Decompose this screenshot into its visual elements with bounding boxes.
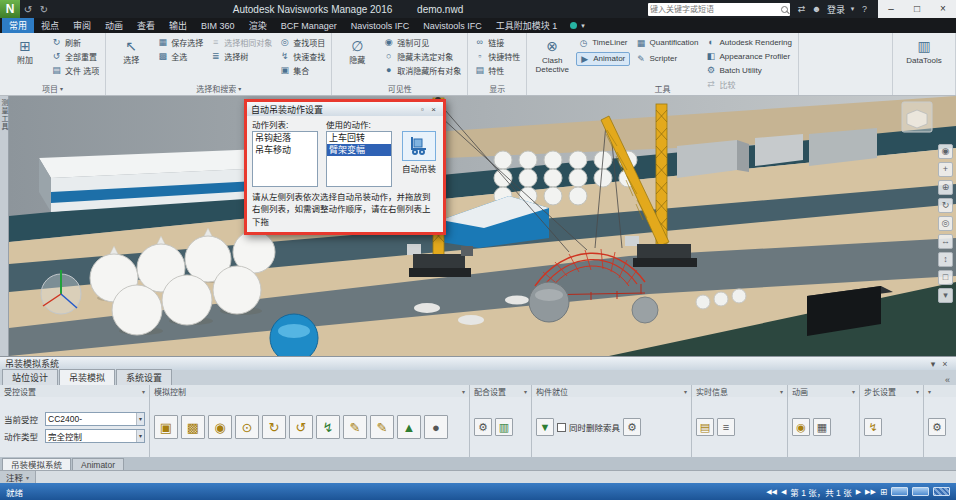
sim-control-button-11[interactable]: ● [424,415,448,439]
realtime-clipboard-icon[interactable]: ▤ [696,418,714,436]
list-item[interactable]: 上车回转 [327,132,391,144]
chevron-down-icon[interactable]: ▾ [848,5,857,13]
sets-button[interactable]: ▣集合 [277,63,327,77]
redo-icon[interactable]: ↻ [36,4,52,15]
sim-control-button-10[interactable]: ▲ [397,415,421,439]
sim-control-button-1[interactable]: ▣ [154,415,178,439]
zoom-icon[interactable]: ⊕ [938,180,953,195]
file-options-button[interactable]: ▤文件 选项 [49,63,101,77]
scripter-button[interactable]: ✎Scripter [634,52,701,66]
tab-navistools-ifc[interactable]: Navistools IFC [344,18,417,33]
navbar-more-icon[interactable]: ▾ [938,288,953,303]
quick-properties-button[interactable]: ▫快捷特性 [472,49,522,63]
chevron-down-icon[interactable]: ▾ [142,388,145,395]
clash-detective-button[interactable]: ⊗ Clash Detective [531,35,573,74]
annotation-tab[interactable]: 注释 ▾ [0,471,36,483]
annotation-field[interactable] [36,471,956,483]
quick-find-button[interactable]: ↯快速查找 [277,49,327,63]
hide-button[interactable]: ∅ 隐藏 [336,35,378,65]
chevron-down-icon[interactable]: ▾ [684,388,687,395]
reset-all-button[interactable]: ↺全部重置 [49,49,101,63]
hide-unselected-button[interactable]: ○隐藏未选定对象 [381,49,463,63]
used-actions-listbox[interactable]: 上车回转 臂架变幅 [326,131,392,187]
previous-sheet-button[interactable]: ◀ [781,488,786,496]
require-button[interactable]: ◉强制可见 [381,35,463,49]
refresh-button[interactable]: ↻刷新 [49,35,101,49]
first-sheet-button[interactable]: ◀◀ [766,488,777,496]
dialog-restore-icon[interactable]: ▫ [417,105,428,114]
tab-bim360[interactable]: BIM 360 [194,18,242,33]
app-logo[interactable]: N [0,0,20,18]
tab-tool-addins-1[interactable]: 工具附加模块 1 [489,18,565,33]
select-button[interactable]: ↖ 选择 [110,35,152,65]
realtime-list-icon[interactable]: ≡ [717,418,735,436]
chevron-down-icon[interactable]: ▾ [462,388,465,395]
search-icon[interactable] [781,6,788,13]
place-down-icon[interactable]: ▼ [536,418,554,436]
select-same-button[interactable]: ≡选择相同对象 [208,35,274,49]
dock-tab-lifting-sim[interactable]: 吊装模拟系统 [2,458,71,470]
batch-utility-button[interactable]: ⚙Batch Utility [703,63,794,77]
coordination-chart-icon[interactable]: ▥ [495,418,513,436]
tab-view[interactable]: 查看 [130,18,162,33]
extra-tool-icon[interactable]: ⚙ [928,418,946,436]
tab-output[interactable]: 输出 [162,18,194,33]
animation-film-icon[interactable]: ▦ [813,418,831,436]
measure-tools-tab[interactable]: 测量工具 [0,96,9,356]
list-item[interactable]: 吊车移动 [253,144,317,156]
selection-tree-button[interactable]: ≣选择树 [208,49,274,63]
delete-rigging-checkbox[interactable] [557,423,566,432]
camera-icon[interactable]: □ [938,270,953,285]
current-crane-select[interactable]: CC2400- ▾ [45,412,145,426]
search-input[interactable] [650,5,781,14]
action-type-select[interactable]: 完全控制 ▾ [45,429,145,443]
datatools-button[interactable]: ▥ DataTools [897,35,951,65]
find-items-button[interactable]: ◎查找项目 [277,35,327,49]
sim-control-button-8[interactable]: ✎ [343,415,367,439]
panel-select-search-footer[interactable]: 选择和搜索▾ [108,82,329,95]
panel-menu-icon[interactable]: ▾ [927,359,939,369]
close-button[interactable]: × [930,0,956,18]
placement-gear-icon[interactable]: ⚙ [623,418,641,436]
viewport-3d-scene[interactable] [9,96,956,356]
sim-control-button-3[interactable]: ◉ [208,415,232,439]
orbit-icon[interactable]: ↻ [938,198,953,213]
look-icon[interactable]: ◎ [938,216,953,231]
animator-button[interactable]: ▶Animator [576,52,629,66]
properties-button[interactable]: ▤特性 [472,63,522,77]
maximize-button[interactable]: □ [904,0,930,18]
autodesk-rendering-button[interactable]: ◐Autodesk Rendering [703,35,794,49]
collapse-icon[interactable]: « [941,375,954,385]
auto-lift-button[interactable] [402,131,436,161]
tab-station-design[interactable]: 站位设计 [2,369,58,385]
unhide-all-button[interactable]: ●取消隐藏所有对象 [381,63,463,77]
timeliner-button[interactable]: ◷TimeLiner [576,36,629,50]
exchange-icon[interactable]: ⇄ [794,4,809,14]
dialog-close-icon[interactable]: × [428,105,439,114]
tab-review[interactable]: 审阅 [66,18,98,33]
sim-control-button-7[interactable]: ↯ [316,415,340,439]
ribbon-display-options[interactable]: ▾ [564,18,591,33]
quantification-button[interactable]: ▦Quantification [634,36,701,50]
sign-in-button[interactable]: 登录 [824,3,848,16]
panel-project-footer[interactable]: 项目▾ [2,82,103,95]
sim-control-button-6[interactable]: ↺ [289,415,313,439]
dock-tab-animator[interactable]: Animator [72,458,124,470]
chevron-down-icon[interactable]: ▾ [852,388,855,395]
steering-wheel-icon[interactable]: ◉ [938,144,953,159]
list-item[interactable]: 吊钩起落 [253,132,317,144]
coordination-gear-icon[interactable]: ⚙ [474,418,492,436]
panel-close-icon[interactable]: × [939,359,951,369]
sim-control-button-9[interactable]: ✎ [370,415,394,439]
user-icon[interactable]: ☻ [809,4,824,14]
tab-home[interactable]: 常用 [2,18,34,33]
minimize-button[interactable]: – [878,0,904,18]
sheet-browser-icon[interactable]: ⊞ [880,487,887,497]
sim-control-button-5[interactable]: ↻ [262,415,286,439]
fly-icon[interactable]: ↕ [938,252,953,267]
tab-system-settings[interactable]: 系统设置 [116,369,172,385]
dialog-title-bar[interactable]: 自动吊装动作设置 ▫ × [247,102,443,116]
next-sheet-button[interactable]: ▶ [856,488,861,496]
last-sheet-button[interactable]: ▶▶ [865,488,876,496]
links-button[interactable]: ∞链接 [472,35,522,49]
